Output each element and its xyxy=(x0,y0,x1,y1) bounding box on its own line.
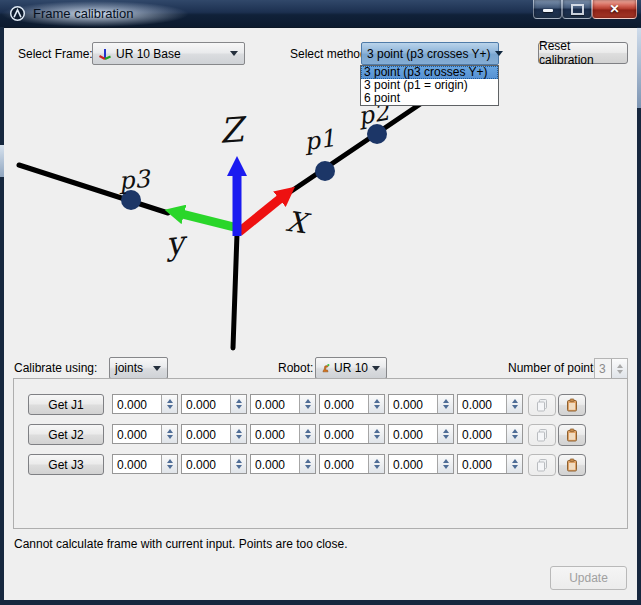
j2-value-3[interactable]: 0.000 xyxy=(250,424,316,444)
j1-value-1[interactable]: 0.000 xyxy=(112,394,178,414)
x-axis-arrow xyxy=(239,198,281,232)
spinner-buttons[interactable] xyxy=(437,455,453,473)
status-message: Cannot calculate frame with current inpu… xyxy=(14,537,348,551)
spinner-buttons[interactable] xyxy=(230,395,246,413)
paste-icon xyxy=(565,458,579,472)
window-title: Frame calibration xyxy=(33,6,133,21)
spin-value: 0.000 xyxy=(182,395,230,413)
minimize-button[interactable] xyxy=(533,0,562,19)
j2-value-2[interactable]: 0.000 xyxy=(181,424,247,444)
spin-value: 0.000 xyxy=(389,425,437,443)
j3-value-4[interactable]: 0.000 xyxy=(319,454,385,474)
spin-value: 0.000 xyxy=(182,425,230,443)
get-j3-button[interactable]: Get J3 xyxy=(28,454,104,475)
spinner-buttons[interactable] xyxy=(437,425,453,443)
spinner-buttons xyxy=(611,359,627,378)
j1-value-5[interactable]: 0.000 xyxy=(388,394,454,414)
spinner-buttons[interactable] xyxy=(506,425,522,443)
method-option-2[interactable]: 3 point (p1 = origin) xyxy=(361,79,498,92)
client-area: Z X y p1 p2 p3 Select Frame: UR 10 Base … xyxy=(4,27,637,600)
spinner-buttons[interactable] xyxy=(506,455,522,473)
paste-j3-button[interactable] xyxy=(558,454,586,476)
get-j3-label: Get J3 xyxy=(48,458,83,472)
x-axis-label: X xyxy=(284,205,312,241)
spinner-buttons[interactable] xyxy=(506,395,522,413)
j3-value-6[interactable]: 0.000 xyxy=(457,454,523,474)
robot-combobox[interactable]: UR 10 xyxy=(315,357,387,379)
get-j1-button[interactable]: Get J1 xyxy=(28,394,104,415)
j1-value-2[interactable]: 0.000 xyxy=(181,394,247,414)
paste-j2-button[interactable] xyxy=(558,424,586,446)
spin-value: 0.000 xyxy=(320,425,368,443)
copy-j1-button xyxy=(528,394,556,416)
j2-value-5[interactable]: 0.000 xyxy=(388,424,454,444)
spin-value: 0.000 xyxy=(458,455,506,473)
update-label: Update xyxy=(569,571,608,585)
j2-value-6[interactable]: 0.000 xyxy=(457,424,523,444)
p3-label: p3 xyxy=(117,165,153,196)
spin-value: 0.000 xyxy=(251,455,299,473)
spin-value: 0.000 xyxy=(458,425,506,443)
line-vertical xyxy=(233,234,237,348)
spinner-buttons[interactable] xyxy=(299,455,315,473)
z-axis-label: Z xyxy=(218,109,249,151)
copy-j2-button xyxy=(528,424,556,446)
get-j1-label: Get J1 xyxy=(48,398,83,412)
robot-arm-icon xyxy=(321,361,330,375)
j3-value-2[interactable]: 0.000 xyxy=(181,454,247,474)
y-axis-arrow xyxy=(182,214,234,227)
j3-value-5[interactable]: 0.000 xyxy=(388,454,454,474)
spin-value: 0.000 xyxy=(458,395,506,413)
j2-value-4[interactable]: 0.000 xyxy=(319,424,385,444)
robot-label: Robot: xyxy=(278,357,313,379)
spin-value: 0.000 xyxy=(320,455,368,473)
j3-value-1[interactable]: 0.000 xyxy=(112,454,178,474)
method-option-1[interactable]: 3 point (p3 crosses Y+) xyxy=(361,66,498,79)
method-option-3[interactable]: 6 point xyxy=(361,92,498,105)
frame-calibration-window: Frame calibration ✕ Z X y p1 xyxy=(0,0,641,605)
spinner-buttons[interactable] xyxy=(230,455,246,473)
calibration-diagram: Z X y p1 p2 p3 xyxy=(4,28,637,358)
j1-value-3[interactable]: 0.000 xyxy=(250,394,316,414)
chevron-down-icon xyxy=(372,366,380,371)
maximize-button[interactable] xyxy=(562,0,592,19)
spinner-buttons[interactable] xyxy=(161,425,177,443)
spinner-buttons[interactable] xyxy=(299,395,315,413)
copy-icon xyxy=(535,398,549,412)
paste-icon xyxy=(565,428,579,442)
spinner-buttons[interactable] xyxy=(437,395,453,413)
j3-value-3[interactable]: 0.000 xyxy=(250,454,316,474)
minimize-icon xyxy=(543,9,553,12)
j1-value-6[interactable]: 0.000 xyxy=(457,394,523,414)
calibrate-using-combobox[interactable]: joints xyxy=(109,357,168,379)
calibrate-using-label: Calibrate using: xyxy=(14,357,97,379)
spin-value: 0.000 xyxy=(389,455,437,473)
spin-value: 0.000 xyxy=(113,395,161,413)
spin-value: 0.000 xyxy=(251,425,299,443)
robodk-logo-icon xyxy=(9,5,26,22)
title-bar[interactable]: Frame calibration ✕ xyxy=(0,0,641,27)
spin-value: 0.000 xyxy=(113,455,161,473)
spinner-buttons[interactable] xyxy=(368,455,384,473)
copy-icon xyxy=(535,428,549,442)
spinner-buttons[interactable] xyxy=(368,395,384,413)
j1-value-4[interactable]: 0.000 xyxy=(319,394,385,414)
y-axis-label: y xyxy=(163,223,191,263)
get-j2-button[interactable]: Get J2 xyxy=(28,424,104,445)
spinner-buttons[interactable] xyxy=(161,455,177,473)
spinner-buttons[interactable] xyxy=(161,395,177,413)
spinner-buttons[interactable] xyxy=(368,425,384,443)
close-icon: ✕ xyxy=(609,3,619,15)
spin-value: 0.000 xyxy=(320,395,368,413)
paste-icon xyxy=(565,398,579,412)
robot-combobox-value: UR 10 xyxy=(334,361,368,375)
spin-value: 0.000 xyxy=(389,395,437,413)
p1-label: p1 xyxy=(302,124,337,156)
close-button[interactable]: ✕ xyxy=(592,0,637,19)
spinner-buttons[interactable] xyxy=(299,425,315,443)
paste-j1-button[interactable] xyxy=(558,394,586,416)
spinner-buttons[interactable] xyxy=(230,425,246,443)
calibrate-using-value: joints xyxy=(115,361,143,375)
j2-value-1[interactable]: 0.000 xyxy=(112,424,178,444)
spin-value: 0.000 xyxy=(251,395,299,413)
